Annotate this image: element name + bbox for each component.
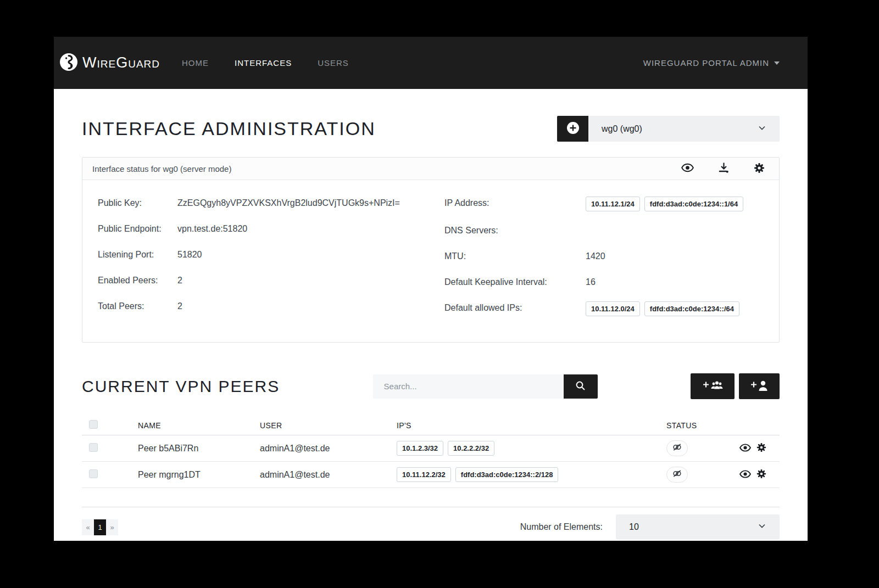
card-header-title: Interface status for wg0 (server mode) [92, 164, 231, 173]
user-menu-label: WIREGUARD PORTAL ADMIN [643, 58, 769, 68]
interface-controls: wg0 (wg0) [557, 116, 780, 142]
field-label: Public Endpoint: [98, 222, 177, 236]
search-input[interactable] [373, 374, 564, 399]
elements-label: Number of Elements: [520, 522, 603, 532]
chevron-down-icon [758, 522, 766, 533]
pagination-next-button[interactable]: » [106, 519, 118, 535]
page-head: INTERFACE ADMINISTRATION wg0 (wg0) [82, 116, 780, 142]
peer-name: Peer mgrng1DT [138, 470, 260, 480]
field-total-peers: Total Peers: 2 [98, 300, 417, 313]
interface-select[interactable]: wg0 (wg0) [588, 116, 780, 142]
pagination-prev-button[interactable]: « [82, 519, 94, 535]
table-footer: « 1 » Number of Elements: 10 [82, 514, 780, 540]
search-group [373, 374, 598, 399]
view-peer-button[interactable] [739, 444, 751, 453]
navbar: WireGuard HOME INTERFACES USERS WIREGUAR… [54, 37, 808, 89]
peer-name: Peer b5ABi7Rn [138, 444, 260, 453]
eye-icon [739, 444, 751, 453]
field-value: 1420 [586, 250, 764, 263]
field-label: Default Keepalive Interval: [444, 276, 586, 289]
elements-select-value: 10 [629, 522, 758, 532]
field-keepalive: Default Keepalive Interval: 16 [444, 276, 764, 289]
peers-head: CURRENT VPN PEERS [82, 373, 780, 399]
interface-status-card: Interface status for wg0 (server mode) [82, 157, 780, 343]
user-menu-dropdown[interactable]: WIREGUARD PORTAL ADMIN [643, 58, 780, 68]
field-value: vpn.test.de:51820 [177, 222, 417, 236]
ip-badges: 10.11.12.0/24 fdfd:d3ad:c0de:1234::/64 [586, 301, 764, 316]
ip-badge: 10.11.12.1/24 [586, 197, 640, 211]
pagination: « 1 » [82, 519, 118, 535]
field-label: DNS Servers: [444, 224, 586, 237]
field-enabled-peers: Enabled Peers: 2 [98, 274, 417, 287]
ip-badge: 10.11.12.0/24 [586, 301, 640, 316]
search-icon [575, 380, 586, 393]
nav-item-interfaces[interactable]: INTERFACES [235, 58, 292, 68]
link-off-icon [672, 469, 682, 480]
add-peer-button[interactable] [739, 373, 780, 399]
column-header-ips: IP'S [397, 421, 666, 430]
edit-peer-button[interactable] [756, 469, 766, 480]
ip-badge: fdfd:d3ad:c0de:1234::1/64 [644, 197, 743, 211]
eye-icon [681, 163, 694, 174]
download-config-button[interactable] [718, 162, 730, 175]
field-label: Default allowed IPs: [444, 301, 586, 316]
card-body: Public Key: ZzEGQgyh8yVPZXVKSXhVrgB2lud9… [82, 180, 779, 342]
interface-select-value: wg0 (wg0) [602, 124, 758, 134]
peer-ip-badges: 10.11.12.2/32 fdfd:d3ad:c0de:1234::2/128 [397, 467, 666, 482]
download-icon [718, 162, 730, 175]
ip-badge: 10.2.2.2/32 [448, 441, 494, 456]
field-value: 51820 [177, 248, 417, 261]
nav-links: HOME INTERFACES USERS [182, 58, 349, 68]
field-label: Listening Port: [98, 248, 177, 261]
field-public-key: Public Key: ZzEGQgyh8yVPZXVKSXhVrgB2lud9… [98, 197, 417, 210]
field-public-endpoint: Public Endpoint: vpn.test.de:51820 [98, 222, 417, 236]
table-bottom-divider [82, 488, 780, 507]
field-default-allowed-ips: Default allowed IPs: 10.11.12.0/24 fdfd:… [444, 301, 764, 316]
brand-text: WireGuard [82, 54, 160, 71]
row-actions [738, 443, 780, 454]
edit-peer-button[interactable] [756, 443, 766, 454]
field-ip-address: IP Address: 10.11.12.1/24 fdfd:d3ad:c0de… [444, 197, 764, 211]
field-value: 2 [177, 274, 417, 287]
wireguard-logo-icon [59, 53, 78, 74]
column-header-user: USER [260, 421, 397, 430]
view-peer-button[interactable] [739, 470, 751, 480]
elements-group: Number of Elements: 10 [520, 514, 780, 540]
brand-link[interactable]: WireGuard [59, 53, 160, 74]
field-dns-servers: DNS Servers: [444, 224, 764, 237]
nav-item-users[interactable]: USERS [318, 58, 349, 68]
ip-badge: fdfd:d3ad:c0de:1234::/64 [644, 301, 739, 316]
search-button[interactable] [564, 374, 598, 399]
status-badge [666, 440, 688, 456]
add-interface-button[interactable] [557, 116, 588, 142]
row-checkbox[interactable] [89, 443, 98, 452]
card-header: Interface status for wg0 (server mode) [82, 158, 779, 180]
gear-icon [756, 469, 766, 480]
select-all-checkbox[interactable] [89, 420, 98, 429]
field-listening-port: Listening Port: 51820 [98, 248, 417, 261]
elements-per-page-select[interactable]: 10 [616, 514, 780, 540]
add-multiple-peers-button[interactable] [691, 373, 735, 399]
field-label: IP Address: [444, 197, 586, 211]
row-checkbox[interactable] [89, 469, 98, 478]
interface-details-left: Public Key: ZzEGQgyh8yVPZXVKSXhVrgB2lud9… [98, 197, 417, 329]
show-config-button[interactable] [681, 163, 694, 174]
gear-icon [756, 443, 766, 454]
peers-title: CURRENT VPN PEERS [82, 377, 280, 396]
table-header-row: NAME USER IP'S STATUS [82, 416, 780, 435]
gear-icon [754, 163, 765, 175]
pagination-page-1-button[interactable]: 1 [94, 519, 106, 535]
column-header-name: NAME [138, 421, 260, 430]
add-user-icon [750, 379, 768, 393]
field-label: Enabled Peers: [98, 274, 177, 287]
field-value: ZzEGQgyh8yVPZXVKSXhVrgB2lud9CVjTUGk9s+NP… [177, 197, 417, 210]
main-content: INTERFACE ADMINISTRATION wg0 (wg0) [54, 89, 808, 541]
interface-details-right: IP Address: 10.11.12.1/24 fdfd:d3ad:c0de… [444, 197, 764, 329]
ip-badge: fdfd:d3ad:c0de:1234::2/128 [455, 467, 559, 482]
peer-actions [691, 373, 780, 399]
eye-icon [739, 470, 751, 480]
nav-item-home[interactable]: HOME [182, 58, 209, 68]
edit-interface-button[interactable] [754, 163, 765, 175]
ip-badge: 10.11.12.2/32 [397, 467, 451, 482]
field-value: 2 [177, 300, 417, 313]
